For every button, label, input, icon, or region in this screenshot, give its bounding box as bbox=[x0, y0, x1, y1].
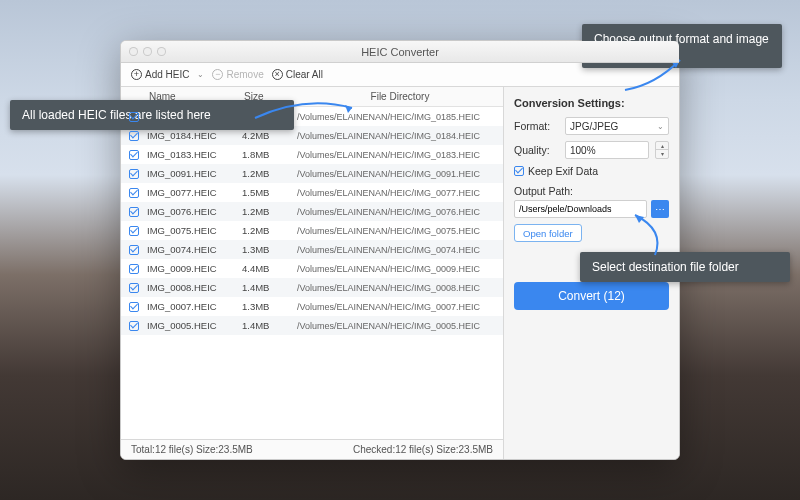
file-name: IMG_0008.HEIC bbox=[147, 282, 242, 293]
file-directory: /Volumes/ELAINENAN/HEIC/IMG_0091.HEIC bbox=[297, 169, 503, 179]
row-checkbox[interactable] bbox=[129, 169, 139, 179]
status-total: Total:12 file(s) Size:23.5MB bbox=[131, 444, 253, 455]
chevron-down-icon: ⌄ bbox=[657, 122, 664, 131]
desktop-background: Choose output format and image quality A… bbox=[0, 0, 800, 500]
file-directory: /Volumes/ELAINENAN/HEIC/IMG_0005.HEIC bbox=[297, 321, 503, 331]
file-size: 1.3MB bbox=[242, 244, 297, 255]
file-size: 1.3MB bbox=[242, 301, 297, 312]
file-size: 4.4MB bbox=[242, 263, 297, 274]
file-size: 4.2MB bbox=[242, 130, 297, 141]
callout-destination: Select destination file folder bbox=[580, 252, 790, 282]
file-directory: /Volumes/ELAINENAN/HEIC/IMG_0007.HEIC bbox=[297, 302, 503, 312]
table-row[interactable]: IMG_0074.HEIC1.3MB/Volumes/ELAINENAN/HEI… bbox=[121, 240, 503, 259]
traffic-minimize[interactable] bbox=[143, 47, 152, 56]
file-name: IMG_0074.HEIC bbox=[147, 244, 242, 255]
keep-exif-checkbox[interactable] bbox=[514, 166, 524, 176]
row-checkbox[interactable] bbox=[129, 321, 139, 331]
file-size: 1.2MB bbox=[242, 206, 297, 217]
file-directory: /Volumes/ELAINENAN/HEIC/IMG_0075.HEIC bbox=[297, 226, 503, 236]
file-directory: /Volumes/ELAINENAN/HEIC/IMG_0077.HEIC bbox=[297, 188, 503, 198]
remove-label: Remove bbox=[226, 69, 263, 80]
convert-label: Convert (12) bbox=[558, 289, 625, 303]
table-row[interactable]: IMG_0075.HEIC1.2MB/Volumes/ELAINENAN/HEI… bbox=[121, 221, 503, 240]
ellipsis-icon: ⋯ bbox=[655, 204, 665, 215]
format-select[interactable]: JPG/JPEG ⌄ bbox=[565, 117, 669, 135]
convert-button[interactable]: Convert (12) bbox=[514, 282, 669, 310]
file-name: IMG_0009.HEIC bbox=[147, 263, 242, 274]
file-name: IMG_0076.HEIC bbox=[147, 206, 242, 217]
table-row[interactable]: IMG_0077.HEIC1.5MB/Volumes/ELAINENAN/HEI… bbox=[121, 183, 503, 202]
file-directory: /Volumes/ELAINENAN/HEIC/IMG_0009.HEIC bbox=[297, 264, 503, 274]
open-folder-button[interactable]: Open folder bbox=[514, 224, 582, 242]
clear-icon: × bbox=[272, 69, 283, 80]
file-name: IMG_0005.HEIC bbox=[147, 320, 242, 331]
table-row[interactable]: IMG_0005.HEIC1.4MB/Volumes/ELAINENAN/HEI… bbox=[121, 316, 503, 335]
row-checkbox[interactable] bbox=[129, 131, 139, 141]
keep-exif-label: Keep Exif Data bbox=[528, 165, 598, 177]
file-list-panel: Name Size File Directory IMG_0185.HEIC2.… bbox=[121, 87, 504, 459]
table-row[interactable]: IMG_0091.HEIC1.2MB/Volumes/ELAINENAN/HEI… bbox=[121, 164, 503, 183]
file-name: IMG_0007.HEIC bbox=[147, 301, 242, 312]
file-size: 1.2MB bbox=[242, 168, 297, 179]
quality-stepper[interactable]: ▴ ▾ bbox=[655, 141, 669, 159]
file-directory: /Volumes/ELAINENAN/HEIC/IMG_0184.HEIC bbox=[297, 131, 503, 141]
chevron-down-icon[interactable]: ⌄ bbox=[197, 70, 204, 79]
add-heic-button[interactable]: + Add HEIC bbox=[131, 69, 189, 80]
file-name: IMG_0091.HEIC bbox=[147, 168, 242, 179]
browse-button[interactable]: ⋯ bbox=[651, 200, 669, 218]
file-directory: /Volumes/ELAINENAN/HEIC/IMG_0185.HEIC bbox=[297, 112, 503, 122]
file-directory: /Volumes/ELAINENAN/HEIC/IMG_0076.HEIC bbox=[297, 207, 503, 217]
row-checkbox[interactable] bbox=[129, 112, 139, 122]
callout-text: Select destination file folder bbox=[592, 260, 739, 274]
row-checkbox[interactable] bbox=[129, 188, 139, 198]
file-directory: /Volumes/ELAINENAN/HEIC/IMG_0074.HEIC bbox=[297, 245, 503, 255]
row-checkbox[interactable] bbox=[129, 283, 139, 293]
quality-label: Quality: bbox=[514, 144, 559, 156]
file-name: IMG_0184.HEIC bbox=[147, 130, 242, 141]
quality-field[interactable]: 100% bbox=[565, 141, 649, 159]
table-row[interactable]: IMG_0008.HEIC1.4MB/Volumes/ELAINENAN/HEI… bbox=[121, 278, 503, 297]
col-dir[interactable]: File Directory bbox=[297, 87, 503, 106]
callout-text: All loaded HEIC files are listed here bbox=[22, 108, 211, 122]
table-row[interactable]: IMG_0183.HEIC1.8MB/Volumes/ELAINENAN/HEI… bbox=[121, 145, 503, 164]
row-checkbox[interactable] bbox=[129, 302, 139, 312]
table-row[interactable]: IMG_0009.HEIC4.4MB/Volumes/ELAINENAN/HEI… bbox=[121, 259, 503, 278]
remove-button[interactable]: − Remove bbox=[212, 69, 263, 80]
file-size: 1.2MB bbox=[242, 225, 297, 236]
traffic-close[interactable] bbox=[129, 47, 138, 56]
output-path-label: Output Path: bbox=[514, 185, 669, 197]
titlebar[interactable]: HEIC Converter bbox=[121, 41, 679, 63]
settings-heading: Conversion Settings: bbox=[514, 97, 669, 109]
row-checkbox[interactable] bbox=[129, 226, 139, 236]
row-checkbox[interactable] bbox=[129, 245, 139, 255]
statusbar: Total:12 file(s) Size:23.5MB Checked:12 … bbox=[121, 439, 503, 459]
format-value: JPG/JPEG bbox=[570, 121, 618, 132]
quality-value: 100% bbox=[570, 145, 596, 156]
row-checkbox[interactable] bbox=[129, 207, 139, 217]
row-checkbox[interactable] bbox=[129, 150, 139, 160]
file-directory: /Volumes/ELAINENAN/HEIC/IMG_0008.HEIC bbox=[297, 283, 503, 293]
traffic-zoom[interactable] bbox=[157, 47, 166, 56]
clear-all-label: Clear All bbox=[286, 69, 323, 80]
add-heic-label: Add HEIC bbox=[145, 69, 189, 80]
stepper-down-icon: ▾ bbox=[656, 150, 668, 158]
file-rows: IMG_0185.HEIC2.6MB/Volumes/ELAINENAN/HEI… bbox=[121, 107, 503, 439]
open-folder-label: Open folder bbox=[523, 228, 573, 239]
file-size: 1.5MB bbox=[242, 187, 297, 198]
minus-icon: − bbox=[212, 69, 223, 80]
table-row[interactable]: IMG_0007.HEIC1.3MB/Volumes/ELAINENAN/HEI… bbox=[121, 297, 503, 316]
file-name: IMG_0075.HEIC bbox=[147, 225, 242, 236]
table-row[interactable]: IMG_0076.HEIC1.2MB/Volumes/ELAINENAN/HEI… bbox=[121, 202, 503, 221]
file-name: IMG_0183.HEIC bbox=[147, 149, 242, 160]
callout-file-list: All loaded HEIC files are listed here bbox=[10, 100, 294, 130]
plus-icon: + bbox=[131, 69, 142, 80]
output-path-field[interactable] bbox=[514, 200, 647, 218]
file-size: 1.4MB bbox=[242, 282, 297, 293]
file-directory: /Volumes/ELAINENAN/HEIC/IMG_0183.HEIC bbox=[297, 150, 503, 160]
clear-all-button[interactable]: × Clear All bbox=[272, 69, 323, 80]
file-size: 1.4MB bbox=[242, 320, 297, 331]
format-label: Format: bbox=[514, 120, 559, 132]
file-name: IMG_0077.HEIC bbox=[147, 187, 242, 198]
window-title: HEIC Converter bbox=[121, 46, 679, 58]
row-checkbox[interactable] bbox=[129, 264, 139, 274]
